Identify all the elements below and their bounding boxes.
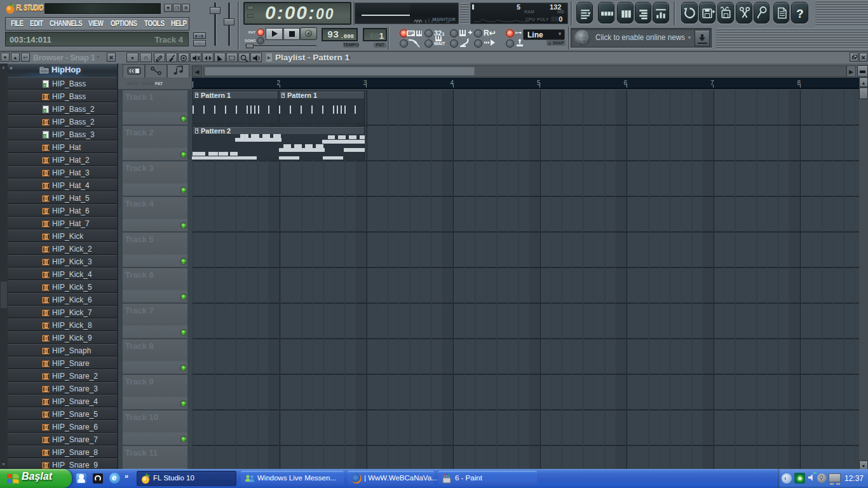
svg-text:?: ? (796, 7, 803, 20)
